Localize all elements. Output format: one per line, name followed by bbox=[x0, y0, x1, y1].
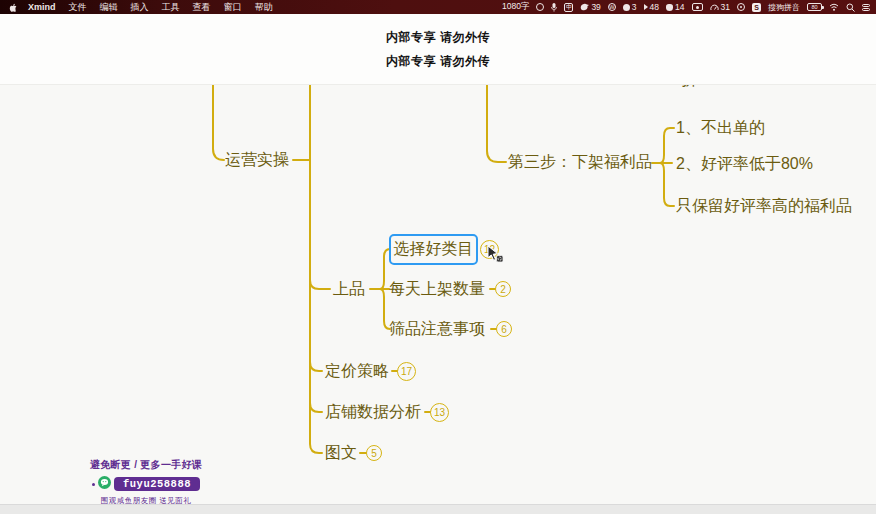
node-shangpin[interactable]: 上品 bbox=[333, 280, 365, 298]
sogou-ime-label[interactable]: 搜狗拼音 bbox=[768, 2, 800, 13]
node-shop-data-analysis[interactable]: 店铺数据分析 bbox=[325, 403, 421, 421]
node-step3[interactable]: 第三步：下架福利品 bbox=[508, 153, 652, 171]
microphone-icon[interactable] bbox=[551, 3, 557, 12]
menu-item-insert[interactable]: 插入 bbox=[131, 1, 149, 14]
screen: Xmind 文件 编辑 插入 工具 查看 窗口 帮助 1080字 中 39 W … bbox=[0, 0, 876, 514]
battery-icon[interactable]: 80 bbox=[807, 3, 822, 11]
menu-bar: Xmind 文件 编辑 插入 工具 查看 窗口 帮助 1080字 中 39 W … bbox=[0, 0, 876, 14]
badge-tuwen-count[interactable]: 5 bbox=[366, 445, 382, 461]
bottom-strip bbox=[0, 504, 876, 514]
watermark-line-2: 内部专享 请勿外传 bbox=[386, 53, 490, 70]
node-daily-quantity[interactable]: 每天上架数量 bbox=[389, 280, 485, 298]
pointer-app-count: 48 bbox=[650, 2, 659, 12]
badge-analysis-count[interactable]: 13 bbox=[430, 403, 449, 422]
wifi-icon[interactable] bbox=[829, 3, 839, 11]
menu-item-window[interactable]: 窗口 bbox=[224, 1, 242, 14]
gauge-app-icon[interactable]: 31 bbox=[710, 2, 730, 12]
promo-wechat-row: fuyu258888 bbox=[82, 475, 210, 493]
search-icon[interactable] bbox=[846, 3, 855, 12]
watermark-band: 内部专享 请勿外传 内部专享 请勿外传 bbox=[0, 14, 876, 85]
menu-item-edit[interactable]: 编辑 bbox=[100, 1, 118, 14]
promo-dot bbox=[92, 483, 95, 486]
paw-app-count: 14 bbox=[675, 2, 684, 12]
badge-daily-count[interactable]: 2 bbox=[495, 281, 511, 297]
pointer-app-icon[interactable]: 48 bbox=[644, 2, 659, 12]
sogou-icon[interactable]: S bbox=[752, 3, 761, 12]
moon-app-icon[interactable]: 3 bbox=[623, 2, 637, 12]
word-count-indicator[interactable]: 1080字 bbox=[502, 1, 529, 13]
node-step3-child-3[interactable]: 只保留好评率高的福利品 bbox=[676, 197, 852, 215]
circle-app-icon[interactable] bbox=[737, 3, 745, 11]
watermark-line-1: 内部专享 请勿外传 bbox=[386, 29, 490, 46]
menu-item-file[interactable]: 文件 bbox=[69, 1, 87, 14]
bird-app-icon[interactable]: 39 bbox=[580, 2, 600, 12]
menu-item-tools[interactable]: 工具 bbox=[162, 1, 180, 14]
gauge-count: 31 bbox=[721, 2, 730, 12]
promo-tagline: 避免断更 / 更多一手好课 bbox=[82, 458, 210, 472]
camera-icon[interactable] bbox=[692, 3, 703, 11]
menu-status-area: 1080字 中 39 W 3 48 14 31 S 搜狗拼音 80 bbox=[502, 1, 876, 13]
badge-filter-count[interactable]: 6 bbox=[496, 321, 512, 337]
menu-item-view[interactable]: 查看 bbox=[193, 1, 211, 14]
menu-item-help[interactable]: 帮助 bbox=[255, 1, 273, 14]
control-center-icon[interactable] bbox=[862, 4, 870, 11]
badge-pricing-count[interactable]: 17 bbox=[397, 362, 416, 381]
node-select-category-selected[interactable]: 选择好类目 bbox=[389, 234, 478, 265]
paw-app-icon[interactable]: 14 bbox=[666, 2, 684, 12]
promo-wechat-id: fuyu258888 bbox=[114, 477, 200, 491]
node-pricing-strategy[interactable]: 定价策略 bbox=[325, 362, 389, 380]
ime-zh-icon[interactable]: 中 bbox=[564, 3, 573, 12]
moon-app-count: 3 bbox=[632, 2, 637, 12]
promo-watermark: 避免断更 / 更多一手好课 fuyu258888 围观咸鱼朋友圈 送见面礼 bbox=[82, 458, 210, 506]
node-tuwen[interactable]: 图文 bbox=[325, 444, 357, 462]
menu-item-xmind[interactable]: Xmind bbox=[28, 2, 56, 12]
node-step3-child-2[interactable]: 2、好评率低于80% bbox=[676, 155, 813, 173]
node-select-category-label: 选择好类目 bbox=[394, 239, 474, 260]
node-step3-child-1[interactable]: 1、不出单的 bbox=[676, 119, 765, 137]
node-filter-notes[interactable]: 筛品注意事项 bbox=[389, 320, 485, 338]
bird-count: 39 bbox=[591, 2, 600, 12]
node-yunying-shicao[interactable]: 运营实操 bbox=[225, 151, 289, 169]
mouse-cursor-icon bbox=[487, 245, 504, 267]
wechat-icon bbox=[98, 475, 111, 493]
w-app-icon[interactable]: W bbox=[608, 3, 616, 11]
smiley-icon[interactable] bbox=[536, 3, 544, 11]
apple-logo-icon[interactable] bbox=[9, 2, 18, 12]
word-count-text: 1080字 bbox=[502, 1, 529, 13]
